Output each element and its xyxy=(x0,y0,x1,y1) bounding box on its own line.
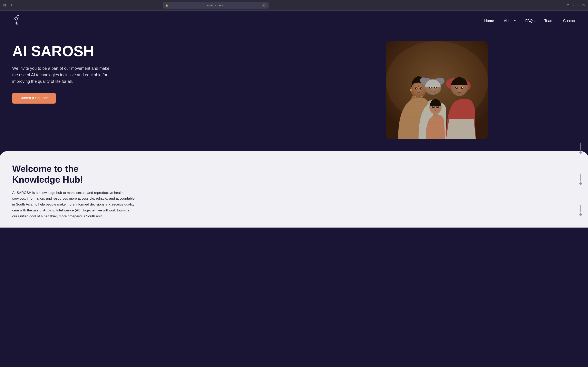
tabs-icon[interactable]: ⧉ xyxy=(582,3,585,7)
tab-dropdown-icon[interactable]: ▾ xyxy=(8,4,9,7)
nav-faqs[interactable]: FAQs xyxy=(525,19,535,23)
url-text: aisarosh.com xyxy=(170,4,260,7)
nav-team[interactable]: Team xyxy=(544,19,553,23)
hero-image-area xyxy=(298,39,576,139)
address-bar[interactable]: 🔒 aisarosh.com ··· xyxy=(163,2,269,8)
new-tab-icon[interactable]: + xyxy=(577,3,579,7)
browser-actions: ⊙ ↑ + ⧉ xyxy=(567,3,585,7)
hero-image xyxy=(386,41,488,139)
navbar: Home About ▾ FAQs Team Contact xyxy=(0,11,588,31)
back-button-icon[interactable]: < xyxy=(10,3,13,7)
scroll-dot-1 xyxy=(579,151,582,154)
site-logo-icon xyxy=(12,15,22,27)
browser-controls: ⊟ ▾ < xyxy=(3,3,13,7)
hero-image-svg xyxy=(386,41,488,139)
page-content: Home About ▾ FAQs Team Contact AI SAROSH… xyxy=(0,11,588,367)
hero-subtitle: We invite you to be a part of our moveme… xyxy=(12,65,110,85)
about-dropdown-icon: ▾ xyxy=(514,19,516,22)
scroll-dot-2 xyxy=(579,182,582,185)
browser-chrome: ⊟ ▾ < 🔒 aisarosh.com ··· ⊙ ↑ + ⧉ xyxy=(0,0,588,11)
nav-home[interactable]: Home xyxy=(484,19,494,23)
svg-rect-29 xyxy=(386,41,488,139)
knowledge-hub-description: AI-SAROSH is a knowledge hub to make sex… xyxy=(12,190,135,219)
hero-title: AI SAROSH xyxy=(12,43,290,59)
knowledge-hub-section: Welcome to the Knowledge Hub! AI-SAROSH … xyxy=(0,151,588,227)
downloads-icon[interactable]: ⊙ xyxy=(567,3,569,7)
logo-area[interactable] xyxy=(12,15,22,27)
scroll-dot-3 xyxy=(579,213,582,216)
knowledge-hub-title: Welcome to the Knowledge Hub! xyxy=(12,164,90,185)
address-options-icon[interactable]: ··· xyxy=(262,3,267,8)
nav-about[interactable]: About ▾ xyxy=(504,19,516,23)
lock-icon: 🔒 xyxy=(165,4,168,7)
hero-section: AI SAROSH We invite you to be a part of … xyxy=(0,31,588,139)
nav-contact[interactable]: Contact xyxy=(563,19,576,23)
sidebar-toggle-icon[interactable]: ⊟ xyxy=(3,3,6,7)
scroll-indicators xyxy=(579,151,582,216)
hero-content-left: AI SAROSH We invite you to be a part of … xyxy=(12,39,290,104)
submit-solution-button[interactable]: Submit a Solution xyxy=(12,93,56,104)
share-icon[interactable]: ↑ xyxy=(572,3,574,7)
nav-links: Home About ▾ FAQs Team Contact xyxy=(484,19,576,23)
